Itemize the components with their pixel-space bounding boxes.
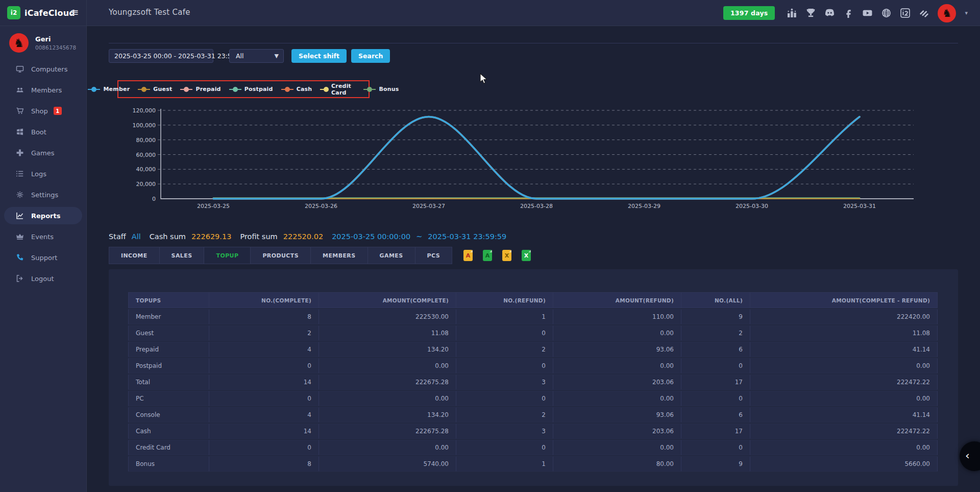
table-cell: 1 xyxy=(456,309,553,324)
legend-item-prepaid[interactable]: Prepaid xyxy=(180,86,220,92)
tab-products[interactable]: PRODUCTS xyxy=(251,247,311,264)
table-cell: 0 xyxy=(456,358,553,373)
date-range-input[interactable]: 2025-03-25 00:00 - 2025-03-31 23:59 xyxy=(109,49,213,63)
legend-item-cash[interactable]: Cash xyxy=(281,86,312,92)
table-row-pc: PC00.0000.0000.00 xyxy=(128,391,938,406)
search-button[interactable]: Search xyxy=(351,49,390,63)
table-row-credit-card: Credit Card00.0000.0000.00 xyxy=(128,440,938,455)
ranking-icon[interactable] xyxy=(787,8,797,18)
table-cell: 0.00 xyxy=(553,391,681,406)
shift-select[interactable]: All ▼ xyxy=(229,49,284,63)
table-header-cell: NO.(COMPLETE) xyxy=(209,292,319,308)
table-cell: 1 xyxy=(456,456,553,472)
sidebar-item-reports[interactable]: Reports xyxy=(4,207,82,224)
select-shift-button[interactable]: Select shift xyxy=(291,49,347,63)
sidebar-item-computers[interactable]: Computers xyxy=(4,60,82,78)
user-block[interactable]: ♞ Geri 008612345678 xyxy=(9,33,76,53)
table-cell: 4 xyxy=(209,342,319,357)
tab-members[interactable]: MEMBERS xyxy=(311,247,368,264)
tab-income[interactable]: INCOME xyxy=(109,247,160,264)
sidebar-item-events[interactable]: Events xyxy=(4,228,82,245)
tab-pcs[interactable]: PCS xyxy=(415,247,452,264)
chevron-down-icon: ▼ xyxy=(275,50,279,62)
menu-toggle-icon[interactable]: ≡ xyxy=(67,5,82,19)
svg-text:0: 0 xyxy=(152,196,156,202)
sidebar-item-logs[interactable]: Logs xyxy=(4,165,82,182)
sidebar-item-label: Shop xyxy=(31,107,48,115)
legend-marker-icon xyxy=(363,87,376,92)
legend-item-member[interactable]: Member xyxy=(88,86,130,92)
crown-icon xyxy=(15,232,24,241)
table-row-console: Console4134.20293.06641.14 xyxy=(128,407,938,423)
main-content: 2025-03-25 00:00 - 2025-03-31 23:59 All … xyxy=(86,26,980,492)
table-cell: 0 xyxy=(209,391,319,406)
subscription-days-badge[interactable]: 1397 days xyxy=(723,6,775,20)
summary-row: Staff All Cash sum 222629.13 Profit sum … xyxy=(109,232,506,241)
table-cell: 17 xyxy=(681,374,750,390)
period-end: 2025-03-31 23:59:59 xyxy=(428,232,506,241)
legend-item-guest[interactable]: Guest xyxy=(138,86,172,92)
app-root: i2 iCafeCloud ≡ Youngzsoft Test Cafe 139… xyxy=(0,0,980,492)
sidebar-item-logout[interactable]: Logout xyxy=(4,270,82,287)
logout-icon xyxy=(15,274,24,283)
table-header-cell: AMOUNT(COMPLETE - REFUND) xyxy=(750,292,938,308)
social-icons-row xyxy=(787,8,929,18)
trophy-icon[interactable] xyxy=(805,8,816,18)
table-cell: 222420.00 xyxy=(750,309,938,324)
table-cell: 41.14 xyxy=(750,407,938,423)
table-cell: Total xyxy=(128,374,209,390)
gear-icon xyxy=(15,191,24,199)
sidebar-item-games[interactable]: Games xyxy=(4,144,82,161)
export-xls-green-icon[interactable]: X xyxy=(522,250,531,261)
tab-games[interactable]: GAMES xyxy=(368,247,415,264)
staff-value: All xyxy=(132,232,141,241)
globe-icon[interactable] xyxy=(881,8,891,18)
table-cell: Postpaid xyxy=(128,358,209,373)
sidebar-item-support[interactable]: Support xyxy=(4,249,82,266)
legend-marker-icon xyxy=(320,87,328,92)
windows-icon xyxy=(15,128,24,136)
discord-icon[interactable] xyxy=(824,8,835,18)
sidebar-item-shop[interactable]: Shop1 xyxy=(4,102,82,120)
tab-topup[interactable]: TOPUP xyxy=(204,247,251,264)
youtube-icon[interactable] xyxy=(862,8,872,18)
export-xls-yellow-icon[interactable]: X xyxy=(502,250,511,261)
legend-item-credit-card[interactable]: Credit Card xyxy=(320,83,355,96)
svg-text:2025-03-29: 2025-03-29 xyxy=(628,203,660,209)
table-cell: 9 xyxy=(681,309,750,324)
youngzsoft-icon[interactable] xyxy=(919,8,929,18)
export-pdf-yellow-icon[interactable]: A xyxy=(463,250,473,261)
topup-line-chart: 020,00040,00060,00080,000100,000120,0002… xyxy=(125,104,921,212)
facebook-icon[interactable] xyxy=(843,8,853,18)
icafecloud-icon[interactable] xyxy=(900,8,910,18)
sidebar-item-members[interactable]: Members xyxy=(4,81,82,99)
table-cell: 0.00 xyxy=(319,440,456,455)
avatar: ♞ xyxy=(9,33,29,53)
report-tabs: INCOMESALESTOPUPPRODUCTSMEMBERSGAMESPCS … xyxy=(109,247,531,264)
table-row-guest: Guest211.0800.00211.08 xyxy=(128,325,938,341)
user-avatar[interactable]: ♞ xyxy=(938,4,956,22)
table-cell: 93.06 xyxy=(553,407,681,423)
table-cell: Credit Card xyxy=(128,440,209,455)
export-pdf-green-icon[interactable]: A xyxy=(483,250,492,261)
table-cell: 0.00 xyxy=(319,358,456,373)
tab-sales[interactable]: SALES xyxy=(160,247,205,264)
table-row-member: Member8222530.001110.009222420.00 xyxy=(128,309,938,324)
svg-text:2025-03-26: 2025-03-26 xyxy=(305,203,337,209)
sidebar-item-label: Logs xyxy=(31,170,46,178)
table-cell: 14 xyxy=(209,374,319,390)
sidebar-item-boot[interactable]: Boot xyxy=(4,123,82,140)
chevron-left-icon: ‹ xyxy=(965,449,970,463)
table-cell: 0.00 xyxy=(750,440,938,455)
table-cell: 80.00 xyxy=(553,456,681,472)
sidebar: ♞ Geri 008612345678 ComputersMembersShop… xyxy=(0,26,86,492)
legend-item-postpaid[interactable]: Postpaid xyxy=(229,86,273,92)
legend-marker-icon xyxy=(281,87,293,92)
icafecloud-logo-icon: i2 xyxy=(7,6,20,19)
table-cell: PC xyxy=(128,391,209,406)
legend-item-bonus[interactable]: Bonus xyxy=(363,86,399,92)
legend-marker-icon xyxy=(229,87,241,92)
sidebar-item-settings[interactable]: Settings xyxy=(4,186,82,203)
chevron-down-icon[interactable]: ▾ xyxy=(965,10,968,16)
table-cell: 0 xyxy=(209,358,319,373)
